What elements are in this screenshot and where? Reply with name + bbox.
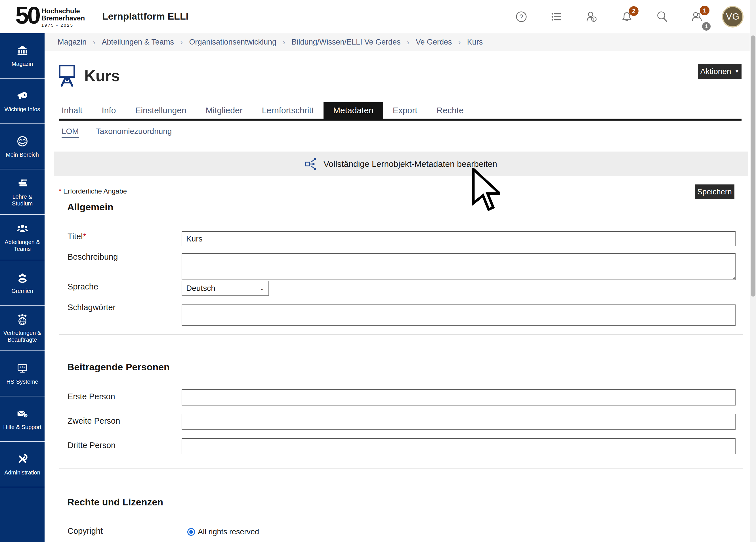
top-header: 50 Hochschule Bremerhaven 1975 - 2025 Le… — [0, 0, 756, 33]
sidebar-item-magazin[interactable]: Magazin — [0, 33, 45, 79]
people-in-hand-icon — [16, 271, 29, 284]
field-label-erste-person: Erste Person — [68, 392, 115, 401]
beschreibung-textarea[interactable] — [182, 253, 736, 280]
sidebar-item-abteilungen-teams[interactable]: Abteilungen & Teams — [0, 215, 45, 260]
section-title-allgemein: Allgemein — [67, 201, 113, 213]
breadcrumb-item[interactable]: Magazin — [58, 38, 87, 47]
breadcrumb-item[interactable]: Abteilungen & Teams — [102, 38, 174, 47]
main-content: Magazin › Abteilungen & Teams › Organisa… — [45, 33, 750, 542]
list-icon[interactable] — [550, 10, 563, 23]
breadcrumb-item[interactable]: Bildung/Wissen/ELLI Ve Gerdes — [291, 38, 400, 47]
copyright-radio-label: All rights reserved — [198, 528, 259, 536]
tab-rechte[interactable]: Rechte — [427, 102, 473, 119]
breadcrumb-item-current[interactable]: Kurs — [467, 38, 483, 47]
sidebar-item-lehre-studium[interactable]: Lehre & Studium — [0, 169, 45, 215]
sidebar-item-mein-bereich[interactable]: Mein Bereich — [0, 124, 45, 169]
sidebar-item-hs-systeme[interactable]: *** HS-Systeme — [0, 351, 45, 396]
svg-text:?: ? — [24, 414, 26, 418]
field-label-sprache: Sprache — [68, 282, 98, 291]
sidebar-item-administration[interactable]: Administration — [0, 442, 45, 487]
search-icon[interactable] — [656, 10, 669, 23]
sidebar-item-gremien[interactable]: Gremien — [0, 260, 45, 306]
notifications-badge: 2 — [629, 6, 639, 16]
schlagwoerter-input[interactable] — [182, 304, 736, 326]
actions-button[interactable]: Aktionen ▼ — [698, 64, 742, 79]
people-group-icon — [16, 222, 29, 235]
share-hierarchy-icon — [305, 157, 318, 171]
dritte-person-input[interactable] — [182, 438, 736, 454]
scrollbar — [750, 0, 756, 542]
breadcrumb-separator: › — [407, 38, 409, 47]
sidebar-item-vertretungen[interactable]: Vertretungen & Beauftragte — [0, 306, 45, 351]
breadcrumb: Magazin › Abteilungen & Teams › Organisa… — [45, 33, 750, 51]
breadcrumb-item[interactable]: Ve Gerdes — [416, 38, 452, 47]
subtab-lom[interactable]: LOM — [62, 127, 79, 138]
required-note: * Erforderliche Angabe — [59, 187, 127, 195]
main-sidebar: Magazin Wichtige Infos Mein Bereich Lehr… — [0, 33, 45, 542]
logo-50-number: 50 — [15, 3, 39, 27]
subtab-taxonomiezuordnung[interactable]: Taxonomiezuordnung — [96, 127, 172, 138]
contacts-icon[interactable]: 1 1 — [691, 10, 704, 23]
bank-icon — [16, 44, 29, 57]
svg-text:***: *** — [20, 365, 25, 370]
field-label-zweite-person: Zweite Person — [68, 416, 120, 426]
mail-question-icon: ? — [16, 407, 29, 420]
contacts-count-badge: 1 — [702, 22, 711, 31]
breadcrumb-item[interactable]: Organisationsentwicklung — [189, 38, 276, 47]
save-button[interactable]: Speichern — [695, 184, 734, 199]
sidebar-item-hilfe-support[interactable]: ? Hilfe & Support — [0, 396, 45, 442]
tab-info[interactable]: Info — [92, 102, 125, 119]
books-icon — [16, 177, 29, 190]
titel-input[interactable] — [182, 231, 736, 246]
page-title: Kurs — [84, 67, 120, 85]
svg-text:?: ? — [519, 13, 523, 20]
logo-line1: Hochschule — [41, 7, 85, 14]
course-easel-icon — [58, 64, 76, 89]
bell-icon[interactable]: 2 — [620, 10, 633, 23]
field-label-beschreibung: Beschreibung — [68, 252, 118, 262]
tab-inhalt[interactable]: Inhalt — [59, 102, 92, 119]
scrollbar-thumb[interactable] — [751, 35, 755, 297]
field-label-titel: Titel* — [68, 232, 86, 241]
tab-export[interactable]: Export — [383, 102, 427, 119]
field-label-schlagwoerter: Schlagwörter — [68, 303, 115, 312]
tab-metadaten[interactable]: Metadaten — [324, 102, 383, 119]
field-label-dritte-person: Dritte Person — [68, 441, 115, 450]
logo-line2: Bremerhaven — [41, 14, 85, 22]
globe-people-icon — [16, 313, 29, 326]
sidebar-item-wichtige-infos[interactable]: Wichtige Infos — [0, 79, 45, 124]
edit-full-metadata-banner[interactable]: Vollständige Lernobjekt-Metadaten bearbe… — [54, 152, 748, 176]
erste-person-input[interactable] — [182, 389, 736, 406]
tab-bar: Inhalt Info Einstellungen Mitglieder Ler… — [59, 102, 742, 121]
app-title: Lernplattform ELLI — [102, 11, 188, 22]
logo-years: 1975 - 2025 — [41, 23, 85, 28]
language-select[interactable]: Deutsch ⌄ — [182, 281, 269, 296]
tab-einstellungen[interactable]: Einstellungen — [125, 102, 196, 119]
contact-requests-badge: 1 — [700, 6, 709, 15]
tab-lernfortschritt[interactable]: Lernfortschritt — [252, 102, 324, 119]
megaphone-icon — [16, 89, 29, 102]
tab-mitglieder[interactable]: Mitglieder — [196, 102, 252, 119]
smiley-icon — [16, 135, 29, 148]
hochschule-bremerhaven-logo: 50 Hochschule Bremerhaven 1975 - 2025 — [15, 3, 85, 28]
who-is-online-icon[interactable] — [585, 10, 598, 23]
section-title-rechte: Rechte und Lizenzen — [67, 497, 163, 508]
breadcrumb-separator: › — [458, 38, 461, 47]
help-icon[interactable]: ? — [515, 10, 528, 23]
breadcrumb-separator: › — [283, 38, 285, 47]
zweite-person-input[interactable] — [182, 414, 736, 430]
section-title-beitragende: Beitragende Personen — [67, 362, 170, 373]
chevron-down-icon: ⌄ — [260, 285, 264, 292]
section-divider — [59, 469, 743, 469]
breadcrumb-separator: › — [180, 38, 183, 47]
copyright-radio-row: All rights reserved — [187, 528, 259, 536]
tools-icon — [16, 453, 29, 466]
banner-label: Vollständige Lernobjekt-Metadaten bearbe… — [324, 159, 497, 169]
copyright-radio[interactable] — [187, 528, 195, 536]
section-divider — [59, 334, 743, 335]
caret-down-icon: ▼ — [735, 69, 740, 74]
avatar[interactable]: VG — [722, 6, 744, 28]
subtab-bar: LOM Taxonomiezuordnung — [62, 127, 172, 138]
monitor-password-icon: *** — [16, 362, 29, 375]
field-label-copyright: Copyright — [68, 526, 103, 536]
